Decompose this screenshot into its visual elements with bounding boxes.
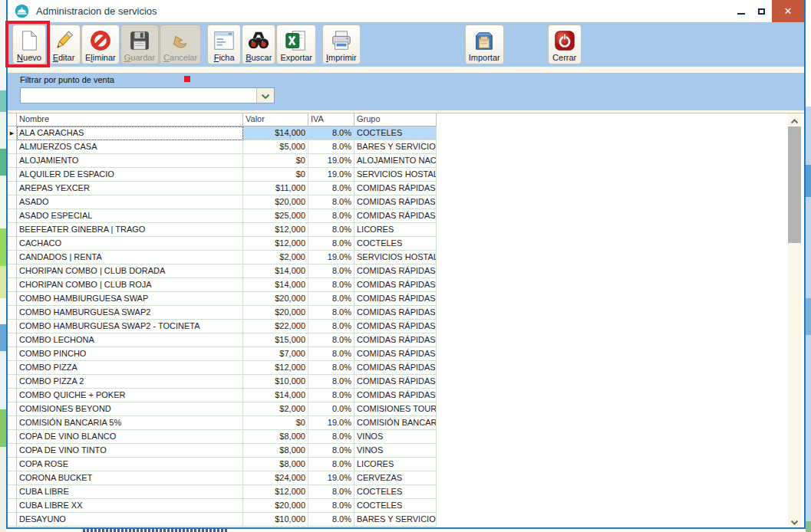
cell-iva[interactable]: 8.0% [308, 223, 354, 237]
row-selector-cell[interactable] [8, 237, 17, 251]
cell-valor[interactable]: $20,000 [243, 195, 308, 209]
table-row[interactable]: COMBO PIZZA 2$10,0008.0%COMIDAS RÁPIDAS [8, 375, 437, 389]
cell-iva[interactable]: 8.0% [308, 237, 354, 251]
cell-iva[interactable]: 8.0% [308, 140, 354, 154]
cell-iva[interactable]: 8.0% [308, 333, 354, 347]
cell-nombre[interactable]: CHORIPAN COMBO | CLUB ROJA [17, 278, 243, 292]
table-row[interactable]: COMBO HAMBURGUESA SWAP2$20,0008.0%COMIDA… [8, 306, 437, 320]
cell-grupo[interactable]: COMISIÓN BANCARI [354, 416, 437, 430]
cell-valor[interactable]: $12,000 [243, 223, 308, 237]
combobox-dropdown-button[interactable] [256, 88, 274, 103]
cell-grupo[interactable]: COMIDAS RÁPIDAS [354, 361, 437, 375]
cell-iva[interactable]: 8.0% [308, 195, 354, 209]
cell-iva[interactable]: 8.0% [308, 264, 354, 278]
table-row[interactable]: ALOJAMIENTO$019.0%ALOJAMIENTO NACI [8, 154, 437, 168]
row-selector-cell[interactable] [8, 251, 17, 264]
cell-nombre[interactable]: ALMUERZOS CASA [17, 140, 243, 154]
cell-grupo[interactable]: BARES Y SERVICIOS [354, 140, 437, 154]
cell-grupo[interactable]: COMIDAS RÁPIDAS [354, 320, 437, 333]
cell-valor[interactable]: $20,000 [243, 306, 308, 320]
cell-nombre[interactable]: COMISIÓN BANCARIA 5% [17, 416, 243, 430]
cell-valor[interactable]: $10,000 [243, 375, 308, 389]
cell-valor[interactable]: $7,000 [243, 347, 308, 361]
row-selector-cell[interactable] [8, 471, 17, 485]
cell-grupo[interactable]: COMIDAS RÁPIDAS [354, 333, 437, 347]
cell-nombre[interactable]: CUBA LIBRE XX [17, 499, 243, 513]
table-row[interactable]: COMBO LECHONA$15,0008.0%COMIDAS RÁPIDAS [8, 333, 437, 347]
cell-grupo[interactable]: VINOS [354, 444, 437, 458]
table-row[interactable]: CHORIPAN COMBO | CLUB ROJA$14,0008.0%COM… [8, 278, 437, 292]
cell-grupo[interactable]: COMIDAS RÁPIDAS [354, 182, 437, 195]
cell-iva[interactable]: 8.0% [308, 347, 354, 361]
cell-valor[interactable]: $0 [243, 416, 308, 430]
cell-valor[interactable]: $20,000 [243, 499, 308, 513]
row-selector-cell[interactable] [8, 389, 17, 402]
cell-iva[interactable]: 19.0% [308, 154, 354, 168]
cell-nombre[interactable]: ALA CARACHAS [17, 126, 243, 140]
cell-grupo[interactable]: COMIDAS RÁPIDAS [354, 375, 437, 389]
cell-grupo[interactable]: SERVICIOS HOSTAL [354, 168, 437, 182]
cell-iva[interactable]: 0.0% [308, 402, 354, 416]
cell-valor[interactable]: $2,000 [243, 251, 308, 264]
table-row[interactable]: COMBO HAMBURGUESA SWAP2 - TOCINETA$22,00… [8, 320, 437, 333]
table-row[interactable]: CANDADOS | RENTA$2,00019.0%SERVICIOS HOS… [8, 251, 437, 264]
table-row[interactable]: ALQUILER DE ESPACIO$019.0%SERVICIOS HOST… [8, 168, 437, 182]
cell-grupo[interactable]: COCTELES [354, 499, 437, 513]
row-selector-cell[interactable] [8, 402, 17, 416]
nuevo-button[interactable]: Nuevo [12, 25, 46, 64]
table-row[interactable]: CUBA LIBRE XX$20,0008.0%COCTELES [8, 499, 437, 513]
cell-nombre[interactable]: CORONA BUCKET [17, 471, 243, 485]
table-row[interactable]: ALMUERZOS CASA$5,0008.0%BARES Y SERVICIO… [8, 140, 437, 154]
cell-grupo[interactable]: COMIDAS RÁPIDAS [354, 264, 437, 278]
cell-nombre[interactable]: ALQUILER DE ESPACIO [17, 168, 243, 182]
cell-valor[interactable]: $15,000 [243, 333, 308, 347]
cell-grupo[interactable]: COCTELES [354, 237, 437, 251]
cell-nombre[interactable]: COMBO HAMBURGUESA SWAP2 - TOCINETA [17, 320, 243, 333]
row-selector-cell[interactable] [8, 195, 17, 209]
table-row[interactable]: CUBA LIBRE$12,0008.0%COCTELES [8, 485, 437, 499]
cell-valor[interactable]: $12,000 [243, 485, 308, 499]
row-selector-cell[interactable] [8, 168, 17, 182]
cell-nombre[interactable]: AREPAS YEXCER [17, 182, 243, 195]
table-row[interactable]: COPA ROSE$8,0008.0%LICORES [8, 458, 437, 471]
cell-valor[interactable]: $2,000 [243, 402, 308, 416]
row-selector-cell[interactable] [8, 333, 17, 347]
cell-iva[interactable]: 8.0% [308, 320, 354, 333]
table-row[interactable]: COMISIONES BEYOND$2,0000.0%COMISIONES TO… [8, 402, 437, 416]
cell-grupo[interactable]: CERVEZAS [354, 471, 437, 485]
row-selector-cell[interactable] [8, 140, 17, 154]
scroll-up-button[interactable] [788, 113, 801, 126]
cell-nombre[interactable]: COMBO HAMBIURGUESA SWAP [17, 292, 243, 306]
cell-iva[interactable]: 8.0% [308, 126, 354, 140]
row-selector-cell[interactable] [8, 347, 17, 361]
table-row[interactable]: BEEFEATER GINEBRA | TRAGO$12,0008.0%LICO… [8, 223, 437, 237]
ficha-button[interactable]: Ficha [207, 25, 241, 64]
close-button[interactable]: ✕ [772, 0, 804, 22]
table-row[interactable]: CORONA BUCKET$24,00019.0%CERVEZAS [8, 471, 437, 485]
cell-iva[interactable]: 19.0% [308, 168, 354, 182]
cell-iva[interactable]: 8.0% [308, 361, 354, 375]
cell-grupo[interactable]: COMIDAS RÁPIDAS [354, 195, 437, 209]
cell-iva[interactable]: 19.0% [308, 251, 354, 264]
cell-grupo[interactable]: LICORES [354, 458, 437, 471]
cell-nombre[interactable]: COMBO HAMBURGUESA SWAP2 [17, 306, 243, 320]
table-row[interactable]: COMBO HAMBIURGUESA SWAP$20,0008.0%COMIDA… [8, 292, 437, 306]
table-row[interactable]: COPA DE VINO BLANCO$8,0008.0%VINOS [8, 430, 437, 444]
table-row[interactable]: DESAYUNO$10,0008.0%BARES Y SERVICIOS [8, 513, 437, 527]
cell-iva[interactable]: 8.0% [308, 278, 354, 292]
cell-valor[interactable]: $25,000 [243, 209, 308, 223]
cerrar-button[interactable]: Cerrar [548, 25, 582, 64]
cell-nombre[interactable]: DESAYUNO [17, 513, 243, 527]
column-header-grupo[interactable]: Grupo [354, 113, 437, 126]
cell-grupo[interactable]: SERVICIOS HOSTAL [354, 251, 437, 264]
cell-nombre[interactable]: COMBO PINCHO [17, 347, 243, 361]
table-row[interactable]: COPA DE VINO TINTO$8,0008.0%VINOS [8, 444, 437, 458]
cell-iva[interactable]: 8.0% [308, 182, 354, 195]
table-row[interactable]: ASADO ESPECIAL$25,0008.0%COMIDAS RÁPIDAS [8, 209, 437, 223]
imprimir-button[interactable]: Imprimir [322, 25, 361, 64]
cell-iva[interactable]: 8.0% [308, 306, 354, 320]
cell-valor[interactable]: $12,000 [243, 361, 308, 375]
cell-valor[interactable]: $8,000 [243, 458, 308, 471]
table-row[interactable]: CHORIPAN COMBO | CLUB DORADA$14,0008.0%C… [8, 264, 437, 278]
column-header-iva[interactable]: IVA [308, 113, 354, 126]
